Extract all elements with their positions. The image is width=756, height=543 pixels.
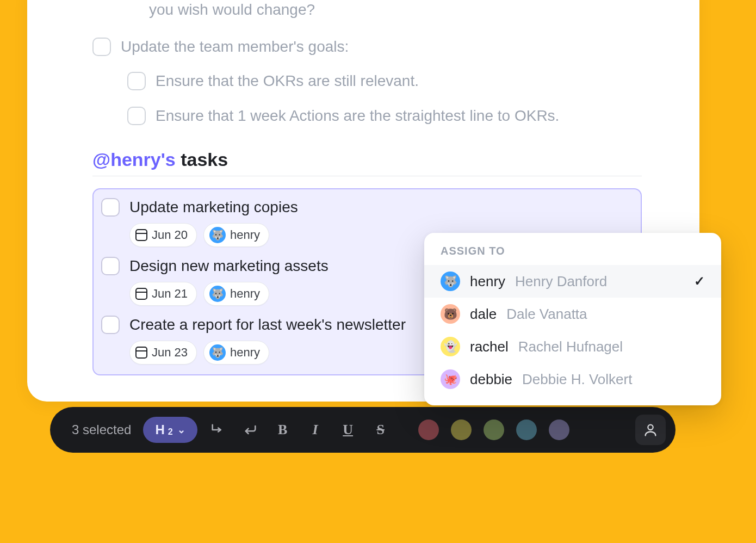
user-mention[interactable]: @henry's bbox=[92, 149, 176, 170]
check-icon: ✓ bbox=[694, 274, 705, 289]
color-swatch[interactable] bbox=[451, 419, 472, 440]
heading-dropdown[interactable]: H2 ⌄ bbox=[143, 417, 197, 443]
assign-button[interactable] bbox=[635, 415, 666, 445]
checkbox[interactable] bbox=[127, 107, 146, 125]
avatar-icon: 🐙 bbox=[441, 369, 460, 389]
avatar-icon: 🐺 bbox=[209, 286, 226, 302]
task-assignee-pill[interactable]: 🐺 henry bbox=[203, 223, 269, 247]
task-assignee: henry bbox=[230, 287, 260, 301]
checklist-item: Ensure that 1 week Actions are the strai… bbox=[127, 106, 699, 126]
heading-level: 2 bbox=[168, 427, 173, 437]
assign-option[interactable]: 👻 rachel Rachel Hufnagel bbox=[424, 330, 721, 363]
formatting-toolbar: 3 selected H2 ⌄ B I U S bbox=[50, 407, 676, 453]
checklist-item: Ensure that the OKRs are still relevant. bbox=[127, 71, 699, 91]
checklist-item: Update the team member's goals: bbox=[92, 36, 699, 57]
assign-fullname: Rachel Hufnagel bbox=[518, 338, 623, 355]
task-assignee-pill[interactable]: 🐺 henry bbox=[203, 341, 269, 365]
avatar-icon: 🐺 bbox=[441, 272, 460, 291]
assign-option[interactable]: 🐻 dale Dale Vanatta bbox=[424, 298, 721, 330]
task-assignee: henry bbox=[230, 228, 260, 242]
calendar-icon bbox=[135, 288, 147, 300]
task-assignee-pill[interactable]: 🐺 henry bbox=[203, 282, 269, 306]
indent-button[interactable] bbox=[205, 417, 230, 442]
task-checkbox[interactable] bbox=[101, 257, 120, 275]
assign-option[interactable]: 🐺 henry Henry Danford ✓ bbox=[424, 265, 721, 298]
task-date-pill[interactable]: Jun 20 bbox=[129, 223, 197, 247]
color-swatch[interactable] bbox=[549, 419, 569, 440]
task-title: Design new marketing assets bbox=[129, 257, 329, 275]
checkbox[interactable] bbox=[127, 72, 146, 90]
strikethrough-button[interactable]: S bbox=[368, 417, 393, 442]
avatar-icon: 👻 bbox=[441, 337, 460, 356]
assign-to-popover: ASSIGN TO 🐺 henry Henry Danford ✓ 🐻 dale… bbox=[424, 233, 721, 405]
section-heading: @henry's tasks bbox=[92, 149, 642, 176]
indent-icon bbox=[210, 422, 225, 437]
task-date-pill[interactable]: Jun 21 bbox=[129, 282, 197, 306]
assign-username: henry bbox=[470, 273, 505, 290]
assign-username: rachel bbox=[470, 338, 509, 355]
checkbox[interactable] bbox=[92, 38, 111, 56]
checklist-label: Ensure that 1 week Actions are the strai… bbox=[156, 106, 559, 126]
task-date: Jun 20 bbox=[152, 228, 188, 242]
return-button[interactable] bbox=[238, 417, 263, 442]
avatar-icon: 🐻 bbox=[441, 304, 460, 324]
task-date: Jun 23 bbox=[152, 345, 188, 360]
person-icon bbox=[643, 422, 658, 437]
color-swatch[interactable] bbox=[484, 419, 504, 440]
task-assignee: henry bbox=[230, 345, 260, 360]
chevron-down-icon: ⌄ bbox=[177, 424, 185, 436]
task-checkbox[interactable] bbox=[101, 316, 120, 334]
task-date: Jun 21 bbox=[152, 287, 188, 301]
task-date-pill[interactable]: Jun 23 bbox=[129, 341, 197, 365]
heading-letter: H bbox=[155, 422, 164, 437]
assign-fullname: Debbie H. Volkert bbox=[522, 371, 632, 388]
avatar-icon: 🐺 bbox=[209, 227, 226, 243]
avatar-icon: 🐺 bbox=[209, 344, 226, 361]
assign-fullname: Dale Vanatta bbox=[506, 306, 587, 323]
color-swatch[interactable] bbox=[516, 419, 537, 440]
assign-username: dale bbox=[470, 306, 497, 323]
calendar-icon bbox=[135, 229, 147, 241]
task-title: Create a report for last week's newslett… bbox=[129, 316, 406, 334]
checklist-label: Ensure that the OKRs are still relevant. bbox=[156, 71, 419, 91]
task-title: Update marketing copies bbox=[129, 199, 298, 216]
assign-fullname: Henry Danford bbox=[515, 273, 607, 290]
assign-option[interactable]: 🐙 debbie Debbie H. Volkert bbox=[424, 363, 721, 396]
popover-title: ASSIGN TO bbox=[424, 245, 721, 265]
selection-count: 3 selected bbox=[72, 422, 131, 437]
italic-button[interactable]: I bbox=[303, 417, 328, 442]
checklist-label: Update the team member's goals: bbox=[121, 36, 349, 57]
bold-button[interactable]: B bbox=[270, 417, 295, 442]
underline-button[interactable]: U bbox=[336, 417, 361, 442]
svg-point-0 bbox=[648, 425, 653, 430]
task-checkbox[interactable] bbox=[101, 198, 120, 217]
prev-line-fragment: you wish would change? bbox=[149, 0, 699, 21]
calendar-icon bbox=[135, 347, 147, 359]
return-icon bbox=[243, 422, 258, 437]
heading-suffix: tasks bbox=[176, 149, 228, 170]
color-swatch[interactable] bbox=[418, 419, 439, 440]
assign-username: debbie bbox=[470, 371, 512, 388]
